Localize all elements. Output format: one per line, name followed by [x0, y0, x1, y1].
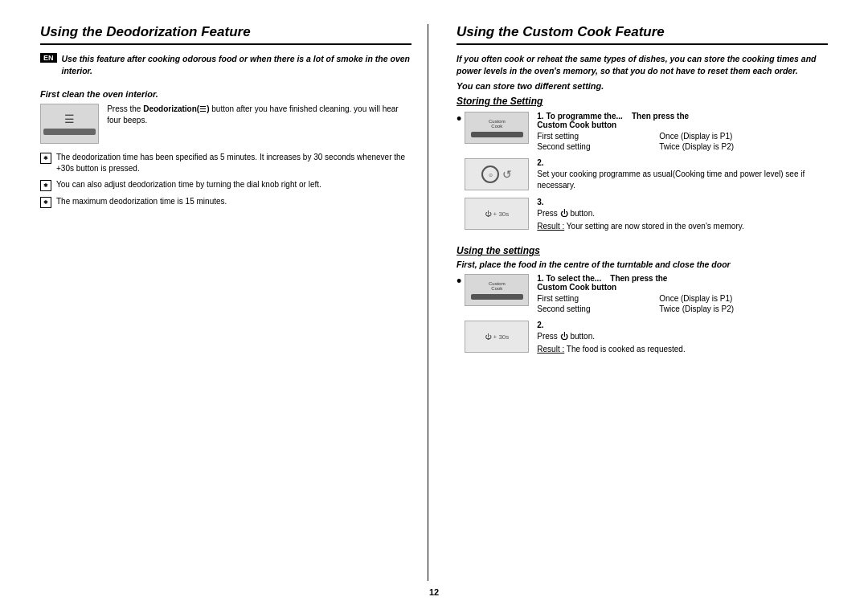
first-place-text: First, place the food in the centre of t… — [457, 260, 828, 269]
sel-step1-row1-b: Once (Display is P1) — [659, 293, 828, 304]
step3-press-text: Press — [537, 209, 558, 218]
timer-image-2: ⏻ + 30s — [465, 321, 529, 353]
custom-bar-2 — [471, 294, 523, 300]
custom-cook-panel-1: CustomCook — [465, 112, 529, 144]
en-badge: EN — [40, 53, 57, 63]
step1-row2-b: Twice (Display is P2) — [659, 141, 828, 152]
step3-content: 3. Press ⏻ button. Result : Your setting… — [537, 198, 828, 232]
timer-image: ⏻ + 30s — [465, 198, 529, 230]
sel-step1-row2-a: Second setting — [537, 304, 659, 314]
step3-result-text: Your setting are now stored in the oven'… — [567, 222, 744, 231]
storing-title: Storing the Setting — [457, 96, 828, 107]
custom-bar-1 — [471, 132, 523, 137]
bullet-text-2: You can also adjust deodorization time b… — [56, 179, 321, 190]
bullet-item-2: You can also adjust deodorization time b… — [40, 179, 411, 191]
step1-row2-a: Second setting — [537, 141, 659, 152]
sel-step1-table: First setting Once (Display is P1) Secon… — [537, 293, 828, 314]
deodor-instruction-block: ☰ Press the Deodorization(☰) button afte… — [40, 104, 411, 144]
sel-step1-row2: Second setting Twice (Display is P2) — [537, 304, 828, 314]
columns: Using the Deodorization Feature EN Use t… — [40, 24, 828, 581]
custom-cook-panel-2: CustomCook — [465, 274, 529, 306]
storing-content: CustomCook 1. To programme the... Then p… — [465, 112, 828, 239]
sel-step1-images: CustomCook — [465, 274, 529, 314]
bullet-icon-1 — [40, 153, 51, 164]
sel-step1-row2-b: Twice (Display is P2) — [659, 304, 828, 314]
right-section-title: Using the Custom Cook Feature — [457, 24, 828, 45]
deodor-icon: ☰ — [64, 112, 75, 125]
settings-content: CustomCook 1. To select the... Then pres… — [465, 274, 828, 362]
bullet-text-1: The deodorization time has been specifie… — [56, 152, 411, 174]
step1-row1-b: Once (Display is P1) — [659, 131, 828, 141]
sel-step1-row1: First setting Once (Display is P1) — [537, 293, 828, 304]
intro-block: EN Use this feature after cooking odorou… — [40, 53, 411, 83]
step3-container: ⏻ + 30s 3. Press ⏻ button. Result : — [465, 198, 828, 232]
dial-image: ⊙ ↺ — [465, 158, 529, 190]
left-column: Using the Deodorization Feature EN Use t… — [40, 24, 428, 581]
deodor-bar — [43, 129, 96, 135]
step1-num: 1. To programme the... Then press the Cu… — [537, 112, 828, 129]
bullet-text-3: The maximum deodorization time is 15 min… — [56, 196, 227, 207]
settings-bullet-row: • CustomCook 1. To select the.. — [457, 274, 828, 362]
right-column: Using the Custom Cook Feature If you oft… — [452, 24, 828, 581]
sel-step2-num: 2. — [537, 321, 828, 329]
bullet-item-1: The deodorization time has been specifie… — [40, 152, 411, 174]
storing-bullet-row: • CustomCook 1. To programme th — [457, 112, 828, 239]
step1-table: First setting Once (Display is P1) Secon… — [537, 131, 828, 152]
dial-circle: ⊙ — [481, 166, 499, 183]
step1-row2: Second setting Twice (Display is P2) — [537, 141, 828, 152]
sel-step2-result-text: The food is cooked as requested. — [567, 345, 686, 353]
page-number: 12 — [40, 581, 828, 597]
step2-images: ⊙ ↺ — [465, 158, 529, 191]
step1-row1: First setting Once (Display is P1) — [537, 131, 828, 141]
step3-button-text: button. — [570, 209, 595, 218]
page: Using the Deodorization Feature EN Use t… — [0, 0, 868, 613]
sel-step2-press-text: Press — [537, 332, 558, 341]
step3-text-block: Press ⏻ button. — [537, 208, 828, 219]
step1-content: 1. To programme the... Then press the Cu… — [537, 112, 828, 152]
step1-container: CustomCook 1. To programme the... Then p… — [465, 112, 828, 152]
intro-text: Use this feature after cooking odorous f… — [62, 53, 411, 76]
sel-step1-row1-a: First setting — [537, 293, 659, 304]
step2-container: ⊙ ↺ 2. Set your cooking programme as usu… — [465, 158, 828, 191]
sel-step1-container: CustomCook 1. To select the... Then pres… — [465, 274, 828, 314]
step2-content: 2. Set your cooking programme as usual(C… — [537, 158, 828, 191]
bullet-item-3: The maximum deodorization time is 15 min… — [40, 196, 411, 208]
sel-step2-content: 2. Press ⏻ button. Result : The food is … — [537, 321, 828, 355]
step3-result-label: Result : — [537, 222, 564, 231]
step2-text: Set your cooking programme as usual(Cook… — [537, 169, 828, 191]
step2-num: 2. — [537, 158, 828, 167]
storing-bullet-dot: • — [457, 112, 461, 126]
deodor-button-image: ☰ — [40, 104, 99, 144]
step3-num: 3. — [537, 198, 828, 206]
sel-step2-result-block: Result : The food is cooked as requested… — [537, 344, 828, 355]
left-section-title: Using the Deodorization Feature — [40, 24, 411, 45]
bullet-icon-2 — [40, 180, 51, 191]
settings-bullet-dot: • — [457, 274, 461, 288]
sel-step2-button-text: button. — [570, 332, 595, 341]
deodor-text: Press the Deodorization(☰) button after … — [107, 104, 411, 126]
step1-images: CustomCook — [465, 112, 529, 152]
first-clean-label: First clean the oven interior. — [40, 89, 411, 99]
step3-images: ⏻ + 30s — [465, 198, 529, 232]
sel-step2-images: ⏻ + 30s — [465, 321, 529, 355]
sel-step1-num: 1. To select the... Then press the Custo… — [537, 274, 828, 292]
sel-step1-content: 1. To select the... Then press the Custo… — [537, 274, 828, 314]
sel-step2-container: ⏻ + 30s 2. Press ⏻ button. Result : — [465, 321, 828, 355]
right-intro-text: If you often cook or reheat the same typ… — [457, 53, 828, 76]
step1-row1-a: First setting — [537, 131, 659, 141]
can-store-text: You can store two different setting. — [457, 81, 828, 91]
bullet-list: The deodorization time has been specifie… — [40, 152, 411, 208]
sel-step2-text-block: Press ⏻ button. — [537, 331, 828, 342]
sel-step2-result-label: Result : — [537, 345, 564, 353]
bullet-icon-3 — [40, 197, 51, 208]
step3-result-block: Result : Your setting are now stored in … — [537, 221, 828, 232]
using-settings-title: Using the settings — [457, 245, 828, 256]
